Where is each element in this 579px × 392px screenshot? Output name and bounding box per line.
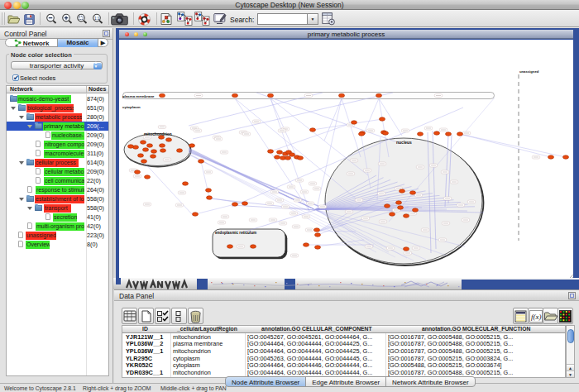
svg-text:mitochondrion: mitochondrion — [144, 132, 172, 136]
svg-text:1:1: 1:1 — [94, 16, 100, 20]
svg-text:endoplasmic reticulum: endoplasmic reticulum — [215, 231, 256, 235]
svg-text:plasma membrane: plasma membrane — [122, 94, 155, 98]
svg-text:f(x): f(x) — [531, 313, 542, 321]
svg-text:cytoplasm: cytoplasm — [122, 105, 141, 109]
svg-text:nucleus: nucleus — [396, 140, 412, 145]
svg-text:unassigned: unassigned — [519, 69, 539, 74]
